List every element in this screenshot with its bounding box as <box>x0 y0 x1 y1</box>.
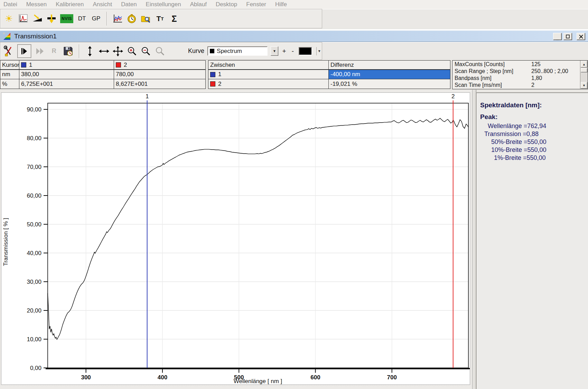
panel-splitter[interactable] <box>472 90 476 389</box>
info-row-scanrange: Scan Range ; Step [nm] 250..800 ; 2,00 <box>452 68 580 75</box>
lamp-icon[interactable]: ☀ <box>3 12 15 25</box>
start-measurement-button[interactable] <box>17 44 31 58</box>
cursor1-header[interactable]: 1 <box>19 61 114 70</box>
curve-select-dropdown-button[interactable]: ▼ <box>271 46 279 56</box>
browse-folder-icon[interactable] <box>140 12 152 25</box>
info-row-bandpass: Bandpass [nm] 1,80 <box>452 75 580 82</box>
menu-item-daten[interactable]: Daten <box>121 1 137 8</box>
difference-table: Zwischen Differenz 1 -400,00 nm 2 -19,02… <box>208 60 450 89</box>
scale-horizontal-icon[interactable] <box>99 45 110 58</box>
spectral-panel-title: Spektraldaten [nm]: <box>480 101 588 109</box>
autosave-timer-icon[interactable] <box>63 45 74 58</box>
plot-frame <box>48 103 468 368</box>
difference-pct-value[interactable]: -19,021 % <box>329 79 450 89</box>
menu-item-hilfe[interactable]: Hilfe <box>275 1 287 8</box>
chart-toolbar-spacer <box>322 42 588 60</box>
chart-toolbar: R <box>0 42 322 60</box>
y-tick-label: 40,00 <box>27 250 41 256</box>
curve-color-square <box>210 49 214 53</box>
curve-select-value: Spectrum <box>217 48 242 55</box>
main-toolbar: ☀ NVIS DT GP <box>0 9 322 28</box>
cursor2-header[interactable]: 2 <box>114 61 205 70</box>
x-tick-label: 700 <box>387 374 397 381</box>
zwischen-header: Zwischen <box>208 61 329 70</box>
remove-curve-button[interactable]: - <box>290 47 296 55</box>
color-picker-dropdown-button[interactable]: ▼ <box>316 47 322 55</box>
menu-item-kalibrieren[interactable]: Kalibrieren <box>56 1 84 8</box>
y-tick-label: 90,00 <box>27 106 41 113</box>
toolbar-separator <box>79 44 80 58</box>
zoom-out-icon[interactable] <box>141 45 152 58</box>
scale-vertical-icon[interactable] <box>85 45 96 58</box>
nvis-mode-button[interactable]: NVIS <box>60 12 74 25</box>
scroll-up-button[interactable]: ▲ <box>581 61 587 67</box>
curve-color-picker[interactable] <box>299 47 312 55</box>
zoom-in-icon[interactable] <box>127 45 138 58</box>
row-label-pct: % <box>0 79 19 89</box>
y-tick-label: 50,00 <box>27 221 41 228</box>
scrollbar-thumb[interactable] <box>581 68 587 72</box>
cursor1-nm-value[interactable]: 380,00 <box>19 70 114 79</box>
close-button[interactable] <box>577 33 585 40</box>
y-axis-label: Transmission [ % ] <box>2 212 9 271</box>
curve-select[interactable]: Spectrum <box>207 46 268 56</box>
play-icon <box>21 47 28 55</box>
add-curve-button[interactable]: + <box>281 47 287 55</box>
timer-watch-icon[interactable] <box>126 12 138 25</box>
scroll-down-button[interactable]: ▼ <box>581 82 587 89</box>
chevron-down-icon: ▼ <box>273 49 276 53</box>
differenz-header: Differenz <box>329 61 450 70</box>
arrow-down-icon: ▼ <box>582 84 586 87</box>
menu-item-messen[interactable]: Messen <box>26 1 47 8</box>
zwischen-cursor2[interactable]: 2 <box>208 79 329 89</box>
dark-measure-icon[interactable] <box>46 12 57 25</box>
spectrum-chart-panel[interactable]: 0,0010,0020,0030,0040,0050,0060,0070,008… <box>0 90 472 389</box>
difference-nm-value[interactable]: -400,00 nm <box>329 70 450 79</box>
cursor2-nm-value[interactable]: 780,00 <box>114 70 205 79</box>
y-tick-label: 20,00 <box>27 307 41 314</box>
repeat-button[interactable]: R <box>49 45 60 58</box>
measure-peak-icon[interactable] <box>17 12 29 25</box>
dt-mode-button[interactable]: DT <box>76 12 88 25</box>
cursor2-pct-value[interactable]: 8,627E+001 <box>114 79 205 89</box>
menu-item-einstellungen[interactable]: Einstellungen <box>146 1 181 8</box>
document-title-bar[interactable]: Transmission1 _ <box>0 30 588 42</box>
cursor1-id: 1 <box>29 62 32 69</box>
toolbar-spacer <box>322 9 588 28</box>
maximize-button[interactable] <box>563 33 572 40</box>
scale-both-icon[interactable] <box>113 45 124 58</box>
menu-item-ansicht[interactable]: Ansicht <box>93 1 112 8</box>
minimize-button[interactable]: _ <box>553 33 562 40</box>
zoom-reset-icon[interactable] <box>155 45 166 58</box>
menu-item-desktop[interactable]: Desktop <box>216 1 237 8</box>
setup-tools-icon[interactable] <box>3 45 14 58</box>
x-tick-label: 300 <box>81 374 91 381</box>
y-tick-label: 80,00 <box>27 135 41 142</box>
cursor-table-corner: Kursor <box>0 61 19 70</box>
cursor1-color-square <box>21 62 26 67</box>
gp-mode-button[interactable]: GP <box>90 12 102 25</box>
spectra-compare-icon[interactable] <box>112 12 123 25</box>
y-tick-label: 0,00 <box>30 365 41 371</box>
fast-forward-icon <box>36 48 45 55</box>
curve-select-label: Kurve <box>188 47 204 55</box>
continuous-run-button[interactable] <box>35 45 46 58</box>
arrow-up-icon: ▲ <box>582 63 586 66</box>
menu-item-fenster[interactable]: Fenster <box>246 1 266 8</box>
cursor2-id: 2 <box>124 62 127 69</box>
menu-item-datei[interactable]: Datei <box>3 1 17 8</box>
info-scrollbar[interactable]: ▲ ▼ <box>580 61 588 89</box>
cursor1-pct-value[interactable]: 6,725E+001 <box>19 79 114 89</box>
close-icon <box>579 35 583 39</box>
y-tick-label: 70,00 <box>27 164 41 170</box>
menu-item-ablauf[interactable]: Ablauf <box>190 1 207 8</box>
zwischen-cursor1[interactable]: 1 <box>208 70 329 79</box>
spectral-item-transmission: Transmission =0,88 <box>477 130 588 138</box>
chevron-down-icon: ▼ <box>318 49 321 53</box>
spectrum-chart[interactable]: 0,0010,0020,0030,0040,0050,0060,0070,008… <box>0 90 472 389</box>
reference-wedge-icon[interactable] <box>31 12 43 25</box>
sum-function-icon[interactable]: Σ <box>168 12 180 25</box>
spectrum-document-icon <box>3 32 11 40</box>
x-tick-label: 400 <box>158 374 167 381</box>
font-settings-icon[interactable]: TT <box>154 12 166 25</box>
